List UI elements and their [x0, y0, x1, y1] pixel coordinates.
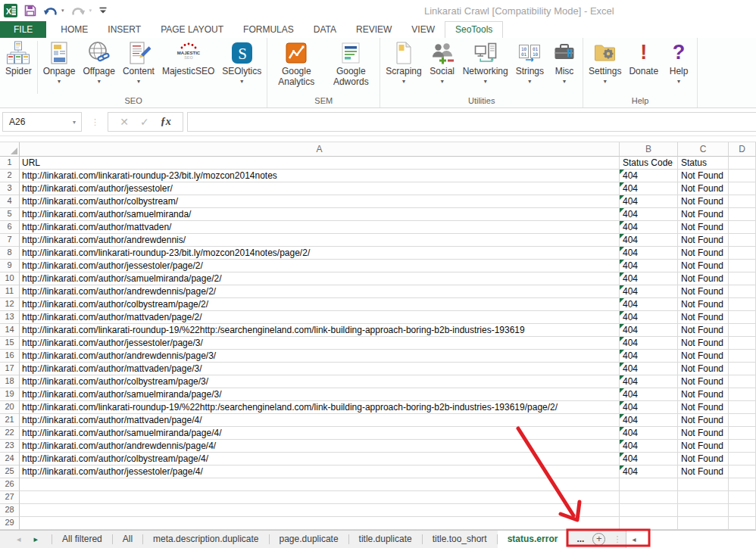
row-header-27[interactable]: 27 [0, 491, 20, 504]
cell-B27[interactable] [620, 491, 678, 504]
sheet-tab-all-filtered[interactable]: All filtered [52, 531, 112, 548]
dropdown-arrow-icon[interactable]: ▾ [484, 77, 487, 86]
cell-C21[interactable]: Not Found [678, 414, 729, 427]
cell-D8[interactable] [729, 247, 756, 260]
cell-C7[interactable]: Not Found [678, 234, 729, 247]
cell-C16[interactable]: Not Found [678, 350, 729, 363]
cell-D4[interactable] [729, 195, 756, 208]
column-header-c[interactable]: C [678, 142, 729, 157]
cell-D7[interactable] [729, 234, 756, 247]
ribbon-tab-review[interactable]: REVIEW [346, 21, 401, 38]
cell-A18[interactable]: http://linkarati.com/author/colbystream/… [20, 375, 620, 388]
ribbon-button-scraping[interactable]: Scraping▾ [382, 39, 425, 86]
ribbon-tab-seotools[interactable]: SeoTools [445, 21, 503, 38]
cell-A27[interactable] [20, 491, 620, 504]
cell-D21[interactable] [729, 414, 756, 427]
undo-dropdown-icon[interactable]: ▾ [61, 8, 64, 14]
column-header-b[interactable]: B [620, 142, 678, 157]
row-header-13[interactable]: 13 [0, 311, 20, 324]
cell-A22[interactable]: http://linkarati.com/author/samuelmirand… [20, 427, 620, 440]
cell-B28[interactable] [620, 504, 678, 517]
sheet-tabs-overflow[interactable]: ... [571, 531, 589, 548]
cell-A25[interactable]: http://linkarati.com/author/jessestoler/… [20, 465, 620, 478]
cell-B6[interactable]: 404 [620, 221, 678, 234]
cell-A6[interactable]: http://linkarati.com/author/mattvaden/ [20, 221, 620, 234]
cell-B22[interactable]: 404 [620, 427, 678, 440]
cell-A8[interactable]: http://linkarati.com/linkarati-roundup-2… [20, 247, 620, 260]
cell-C5[interactable]: Not Found [678, 208, 729, 221]
cell-B5[interactable]: 404 [620, 208, 678, 221]
cell-D12[interactable] [729, 298, 756, 311]
cell-C19[interactable]: Not Found [678, 388, 729, 401]
insert-function-icon[interactable]: ƒx [161, 116, 171, 128]
sheet-tab-title-duplicate[interactable]: title.duplicate [349, 531, 422, 548]
cell-B1[interactable]: Status Code [620, 157, 678, 170]
row-header-16[interactable]: 16 [0, 350, 20, 363]
ribbon-button-donate[interactable]: !Donate [625, 39, 662, 76]
sheet-tab-meta-description-duplicate[interactable]: meta.description.duplicate [143, 531, 268, 548]
dropdown-arrow-icon[interactable]: ▾ [563, 77, 566, 86]
row-header-17[interactable]: 17 [0, 363, 20, 375]
ribbon-tab-page-layout[interactable]: PAGE LAYOUT [151, 21, 233, 38]
ribbon-button-seolytics[interactable]: SSEOlytics▾ [218, 39, 265, 86]
cell-A13[interactable]: http://linkarati.com/author/mattvaden/pa… [20, 311, 620, 324]
cell-D5[interactable] [729, 208, 756, 221]
row-header-19[interactable]: 19 [0, 388, 20, 401]
row-header-8[interactable]: 8 [0, 247, 20, 260]
cell-C3[interactable]: Not Found [678, 182, 729, 195]
row-header-2[interactable]: 2 [0, 170, 20, 182]
cell-D2[interactable] [729, 170, 756, 182]
select-all-button[interactable] [0, 142, 20, 157]
cell-A4[interactable]: http://linkarati.com/author/colbystream/ [20, 195, 620, 208]
excel-app-icon[interactable]: X [4, 4, 17, 17]
cell-D19[interactable] [729, 388, 756, 401]
cell-D20[interactable] [729, 401, 756, 414]
cell-D24[interactable] [729, 453, 756, 465]
cell-C17[interactable]: Not Found [678, 363, 729, 375]
cell-B13[interactable]: 404 [620, 311, 678, 324]
sheet-nav-left-icon[interactable]: ◂ [17, 535, 21, 543]
name-box[interactable]: A26 ▾ [2, 112, 82, 132]
cell-A26[interactable] [20, 478, 620, 491]
ribbon-tab-data[interactable]: DATA [304, 21, 346, 38]
ribbon-tab-file[interactable]: FILE [0, 21, 46, 38]
customize-toolbar-icon[interactable] [98, 6, 108, 15]
dropdown-arrow-icon[interactable]: ▾ [240, 77, 243, 86]
name-box-dropdown-icon[interactable]: ▾ [73, 119, 81, 126]
cell-D25[interactable] [729, 465, 756, 478]
row-header-9[interactable]: 9 [0, 260, 20, 272]
cell-D6[interactable] [729, 221, 756, 234]
row-header-4[interactable]: 4 [0, 195, 20, 208]
column-header-d[interactable]: D [729, 142, 756, 157]
ribbon-button-offpage[interactable]: Offpage▾ [79, 39, 118, 86]
cell-D28[interactable] [729, 504, 756, 517]
cell-B7[interactable]: 404 [620, 234, 678, 247]
row-header-25[interactable]: 25 [0, 465, 20, 478]
cell-C4[interactable]: Not Found [678, 195, 729, 208]
cell-D11[interactable] [729, 285, 756, 298]
cell-B4[interactable]: 404 [620, 195, 678, 208]
cell-A15[interactable]: http://linkarati.com/author/jessestoler/… [20, 337, 620, 350]
save-icon[interactable] [24, 5, 36, 17]
cell-C29[interactable] [678, 517, 729, 530]
sheet-tab-all[interactable]: All [113, 531, 142, 548]
ribbon-button-majesticseo[interactable]: MAJESTICSEOMajesticSEO [158, 39, 218, 76]
cell-A10[interactable]: http://linkarati.com/author/samuelmirand… [20, 272, 620, 285]
cell-C22[interactable]: Not Found [678, 427, 729, 440]
row-header-22[interactable]: 22 [0, 427, 20, 440]
cell-D3[interactable] [729, 182, 756, 195]
ribbon-button-settings[interactable]: Settings▾ [585, 39, 625, 86]
cell-D26[interactable] [729, 478, 756, 491]
redo-dropdown-icon[interactable]: ▾ [89, 8, 92, 14]
dropdown-arrow-icon[interactable]: ▾ [402, 77, 405, 86]
cell-D16[interactable] [729, 350, 756, 363]
row-header-26[interactable]: 26 [0, 478, 20, 491]
cell-B17[interactable]: 404 [620, 363, 678, 375]
cell-C13[interactable]: Not Found [678, 311, 729, 324]
row-header-15[interactable]: 15 [0, 337, 20, 350]
row-header-28[interactable]: 28 [0, 504, 20, 517]
cell-A23[interactable]: http://linkarati.com/author/andrewdennis… [20, 440, 620, 453]
cell-C15[interactable]: Not Found [678, 337, 729, 350]
ribbon-button-onpage[interactable]: Onpage▾ [39, 39, 80, 86]
dropdown-arrow-icon[interactable]: ▾ [98, 77, 101, 86]
